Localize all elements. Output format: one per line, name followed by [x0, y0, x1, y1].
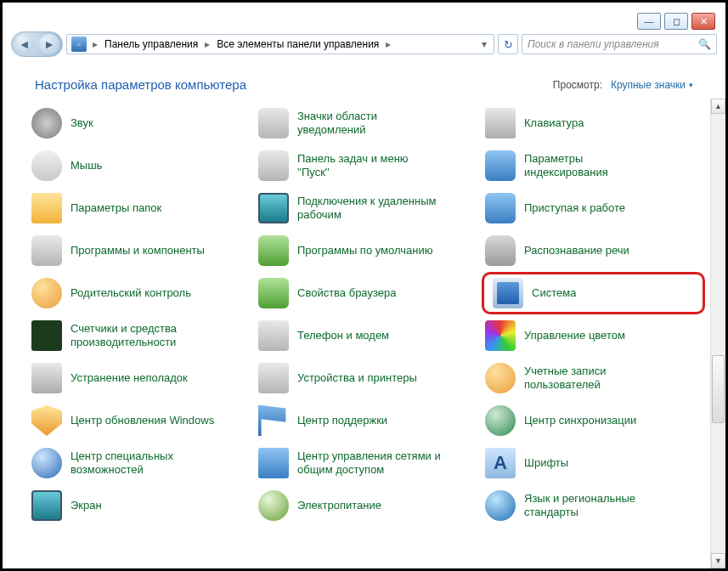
cp-item-color-management[interactable]: Управление цветом: [482, 314, 705, 357]
cp-item-troubleshooting[interactable]: Устранение неполадок: [28, 357, 251, 399]
cp-item-system[interactable]: Система: [482, 272, 705, 314]
remote-desktop-icon: [258, 193, 289, 223]
cp-item-network-sharing[interactable]: Центр управления сетями и общим доступом: [255, 442, 478, 484]
mouse-icon: [31, 150, 62, 181]
scroll-track[interactable]: [711, 114, 725, 553]
system-icon: [493, 278, 523, 308]
phone-modem-icon: [258, 320, 289, 351]
chevron-right-icon[interactable]: ▸: [382, 38, 394, 50]
internet-options-icon: [258, 278, 289, 308]
cp-item-notification-area-icons[interactable]: Значки области уведомлений: [255, 102, 478, 144]
cp-item-mouse[interactable]: Мышь: [28, 144, 251, 187]
region-language-icon: [485, 490, 516, 521]
cp-item-ease-of-access[interactable]: Центр специальных возможностей: [28, 442, 251, 484]
item-label: Центр управления сетями и общим доступом: [297, 449, 442, 478]
devices-printers-icon: [258, 363, 289, 393]
item-label: Центр синхронизации: [524, 414, 636, 427]
maximize-button[interactable]: ◻: [664, 13, 688, 30]
cp-item-taskbar-startmenu[interactable]: Панель задач и меню ''Пуск'': [255, 144, 478, 187]
cp-item-phone-modem[interactable]: Телефон и модем: [255, 314, 478, 357]
titlebar-gap: [3, 3, 725, 23]
cp-item-internet-options[interactable]: Свойства браузера: [255, 272, 478, 314]
parental-controls-icon: [31, 278, 62, 308]
breadcrumb-dropdown-icon[interactable]: ▾: [477, 38, 492, 50]
search-input[interactable]: Поиск в панели управления 🔍: [522, 34, 717, 54]
item-label: Центр специальных возможностей: [71, 449, 215, 478]
user-accounts-icon: [485, 363, 516, 393]
indexing-options-icon: [485, 150, 516, 181]
display-icon: [31, 490, 62, 521]
items-grid: ЗвукЗначки области уведомленийКлавиатура…: [3, 99, 710, 568]
nav-back-forward: ◄ ►: [11, 31, 63, 57]
power-options-icon: [258, 490, 289, 521]
windows-update-icon: [31, 405, 62, 436]
cp-item-power-options[interactable]: Электропитание: [255, 484, 478, 527]
cp-item-action-center[interactable]: Центр поддержки: [255, 399, 478, 442]
refresh-button[interactable]: ↻: [498, 34, 518, 54]
cp-item-default-programs[interactable]: Программы по умолчанию: [255, 229, 478, 272]
cp-item-display[interactable]: Экран: [28, 484, 251, 527]
item-label: Значки области уведомлений: [297, 110, 442, 138]
cp-item-indexing-options[interactable]: Параметры индексирования: [482, 144, 705, 187]
taskbar-startmenu-icon: [258, 150, 289, 181]
search-placeholder: Поиск в панели управления: [528, 38, 659, 50]
cp-item-getting-started[interactable]: Приступая к работе: [482, 187, 705, 229]
cp-item-fonts[interactable]: AШрифты: [482, 442, 705, 484]
performance-icon: [31, 320, 62, 351]
item-label: Мышь: [71, 159, 102, 172]
item-label: Устройства и принтеры: [297, 371, 417, 385]
breadcrumb-seg-1[interactable]: Панель управления: [101, 38, 201, 50]
programs-features-icon: [31, 235, 62, 266]
cp-item-folder-options[interactable]: Параметры папок: [28, 187, 251, 229]
cp-item-speech-recognition[interactable]: Распознавание речи: [482, 229, 705, 272]
cp-item-user-accounts[interactable]: Учетные записи пользователей: [482, 357, 705, 399]
speech-recognition-icon: [485, 235, 516, 266]
address-breadcrumb[interactable]: ▫ ▸ Панель управления ▸ Все элементы пан…: [66, 34, 494, 54]
chevron-right-icon[interactable]: ▸: [201, 38, 213, 50]
search-icon: 🔍: [698, 38, 711, 50]
cp-item-parental-controls[interactable]: Родительский контроль: [28, 272, 251, 314]
content-area: ЗвукЗначки области уведомленийКлавиатура…: [3, 99, 725, 568]
item-label: Приступая к работе: [524, 201, 625, 215]
scroll-up-button[interactable]: ▲: [711, 99, 725, 114]
chevron-right-icon[interactable]: ▸: [89, 38, 101, 50]
item-label: Родительский контроль: [71, 286, 191, 300]
back-button[interactable]: ◄: [14, 34, 35, 54]
cp-item-sync-center[interactable]: Центр синхронизации: [482, 399, 705, 442]
scroll-thumb[interactable]: [712, 355, 725, 423]
item-label: Клавиатура: [524, 116, 584, 130]
item-label: Счетчики и средства производительности: [71, 322, 215, 350]
view-dropdown[interactable]: Крупные значки: [611, 79, 693, 91]
breadcrumb-seg-2[interactable]: Все элементы панели управления: [213, 38, 382, 50]
page-title: Настройка параметров компьютера: [35, 77, 246, 92]
forward-button[interactable]: ►: [39, 34, 59, 54]
troubleshooting-icon: [31, 363, 62, 393]
close-button[interactable]: ✕: [691, 13, 715, 30]
item-label: Распознавание речи: [524, 244, 629, 257]
cp-item-remote-desktop[interactable]: Подключения к удаленным рабочим: [255, 187, 478, 229]
minimize-button[interactable]: —: [637, 13, 661, 30]
content-header: Настройка параметров компьютера Просмотр…: [3, 59, 725, 99]
control-panel-icon: ▫: [71, 37, 87, 52]
cp-item-sound[interactable]: Звук: [28, 102, 251, 144]
item-label: Электропитание: [297, 499, 381, 512]
vertical-scrollbar[interactable]: ▲ ▼: [710, 99, 725, 568]
cp-item-programs-features[interactable]: Программы и компоненты: [28, 229, 251, 272]
cp-item-windows-update[interactable]: Центр обновления Windows: [28, 399, 251, 442]
keyboard-icon: [485, 108, 516, 139]
item-label: Система: [532, 286, 576, 300]
view-label: Просмотр:: [553, 79, 602, 91]
item-label: Учетные записи пользователей: [524, 365, 669, 393]
cp-item-keyboard[interactable]: Клавиатура: [482, 102, 705, 144]
item-label: Панель задач и меню ''Пуск'': [297, 152, 442, 180]
cp-item-devices-printers[interactable]: Устройства и принтеры: [255, 357, 478, 399]
sync-center-icon: [485, 405, 516, 436]
item-label: Параметры папок: [71, 201, 161, 215]
cp-item-performance[interactable]: Счетчики и средства производительности: [28, 314, 251, 357]
item-label: Центр поддержки: [297, 414, 387, 427]
cp-item-region-language[interactable]: Язык и региональные стандарты: [482, 484, 705, 527]
item-label: Язык и региональные стандарты: [524, 492, 669, 520]
fonts-icon: A: [485, 448, 516, 478]
scroll-down-button[interactable]: ▼: [711, 553, 725, 568]
item-label: Звук: [71, 116, 93, 130]
